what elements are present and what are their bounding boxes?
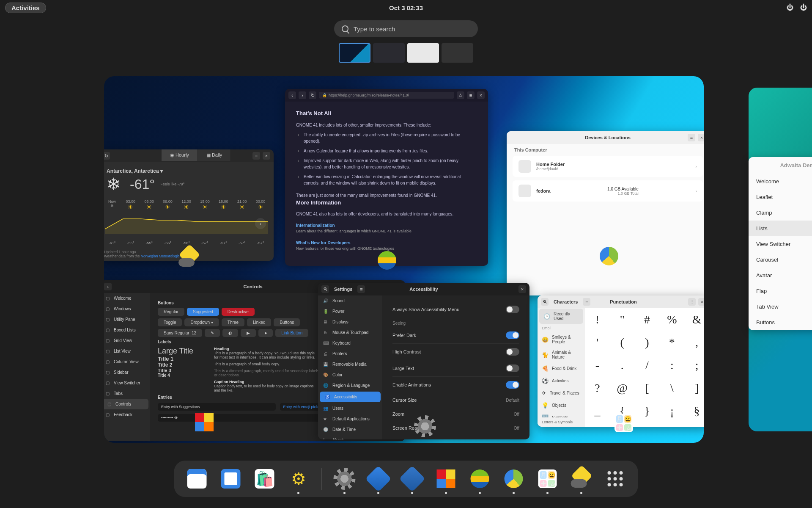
- tool-button[interactable]: ◐: [222, 329, 238, 337]
- close-button[interactable]: ×: [698, 134, 704, 141]
- linked-button[interactable]: Buttons: [274, 318, 300, 326]
- window-web[interactable]: ‹ › ↻ 🔒 https://help.gnome.org/misc/rele…: [285, 89, 488, 266]
- nav-back[interactable]: ‹: [288, 91, 296, 99]
- sidebar-item[interactable]: ▢Controls: [104, 399, 148, 409]
- show-apps-button[interactable]: [604, 468, 626, 490]
- character-cell[interactable]: [: [635, 377, 660, 400]
- menu-button[interactable]: ≡: [357, 285, 365, 293]
- page-link[interactable]: What's New for Developers: [296, 240, 477, 246]
- list-item[interactable]: Carousel: [749, 252, 812, 268]
- sidebar-item[interactable]: ▢Grid View: [104, 335, 150, 346]
- sidebar-item[interactable]: ▢Feedback: [104, 409, 150, 420]
- settings-sidebar-item[interactable]: 🔊Sound: [318, 295, 382, 306]
- character-cell[interactable]: &: [684, 308, 704, 331]
- category-item[interactable]: 🍕Food & Drink: [538, 362, 585, 375]
- character-cell[interactable]: .: [610, 354, 635, 377]
- dock-app-devhelp2[interactable]: [401, 468, 423, 490]
- close-button[interactable]: ×: [518, 285, 526, 293]
- dock-app-characters[interactable]: 月😀✚ش: [537, 468, 559, 490]
- text-entry[interactable]: Entry with Suggestions: [158, 403, 276, 411]
- workspace-thumb-2[interactable]: [373, 43, 405, 63]
- character-cell[interactable]: ;: [684, 354, 704, 377]
- dock-app-disk-usage[interactable]: [503, 468, 525, 490]
- character-cell[interactable]: ¡: [659, 400, 684, 422]
- regular-button[interactable]: Regular: [158, 308, 184, 316]
- back-button[interactable]: ‹: [104, 283, 112, 290]
- toggle-button[interactable]: Toggle: [158, 318, 182, 326]
- dock-app-devhelp[interactable]: [368, 468, 390, 490]
- tab-daily[interactable]: ▦ Daily: [198, 149, 231, 161]
- list-item[interactable]: View Switcher: [749, 236, 812, 252]
- character-cell[interactable]: !: [585, 308, 610, 331]
- toggle-switch[interactable]: [506, 331, 519, 339]
- dropdown-button[interactable]: Dropdown ▾: [184, 318, 219, 326]
- sidebar-item[interactable]: ▢View Switcher: [104, 378, 150, 388]
- list-item[interactable]: Flap: [749, 283, 812, 299]
- nav-fwd[interactable]: ›: [299, 91, 306, 99]
- list-item[interactable]: Leaflet: [749, 189, 812, 205]
- close-button[interactable]: ×: [263, 152, 270, 160]
- page-link[interactable]: Internationalization: [296, 222, 477, 229]
- character-cell[interactable]: ): [635, 331, 660, 354]
- reload-button[interactable]: ↻: [309, 91, 316, 99]
- character-cell[interactable]: /: [635, 354, 660, 377]
- category-item[interactable]: 🕑Recently Used: [539, 309, 583, 324]
- location-row[interactable]: fedora 1.0 GB Available1.0 GB Total ›: [513, 180, 703, 202]
- settings-sidebar-item[interactable]: 🕐Date & Time: [318, 424, 382, 435]
- sidebar-item[interactable]: ▢Windows: [104, 304, 150, 314]
- setting-value[interactable]: Off: [514, 412, 519, 417]
- character-cell[interactable]: }: [635, 400, 660, 422]
- window-characters[interactable]: 🔍︎ Characters ≡ Punctuation ⋮ × 🕑Recentl…: [538, 295, 704, 427]
- network-icon[interactable]: ⏻︎: [787, 4, 793, 11]
- settings-sidebar-item[interactable]: ℹAbout: [318, 435, 382, 439]
- character-cell[interactable]: :: [659, 354, 684, 377]
- settings-sidebar-item[interactable]: 🔋Power: [318, 306, 382, 317]
- search-button[interactable]: 🔍︎: [321, 285, 329, 293]
- activities-button[interactable]: Activities: [5, 3, 46, 13]
- setting-value[interactable]: Default: [506, 398, 519, 403]
- address-bar[interactable]: 🔒 https://help.gnome.org/misc/release-no…: [319, 92, 454, 99]
- sidebar-item[interactable]: ▢Boxed Lists: [104, 325, 150, 335]
- menu-button[interactable]: ≡: [252, 152, 260, 160]
- character-cell[interactable]: ]: [684, 377, 704, 400]
- settings-sidebar-item[interactable]: 👥Users: [318, 403, 382, 414]
- tab-hourly[interactable]: ◉ Hourly: [162, 149, 198, 161]
- window-weather[interactable]: ↻ ◉ Hourly ▦ Daily ≡ × Antarctica, Antar…: [104, 149, 274, 261]
- category-item[interactable]: 😀Smileys & People: [538, 332, 585, 347]
- character-cell[interactable]: ,: [684, 331, 704, 354]
- settings-sidebar-item[interactable]: 🎨Color: [318, 370, 382, 380]
- workspace-thumb-3[interactable]: [407, 43, 439, 63]
- character-cell[interactable]: @: [610, 377, 635, 400]
- sidebar-item[interactable]: ▢Welcome: [104, 293, 150, 304]
- sidebar-item[interactable]: ▢Utility Pane: [104, 314, 150, 325]
- bookmark-button[interactable]: ☆: [457, 91, 464, 99]
- toggle-switch[interactable]: [506, 381, 519, 389]
- location-row[interactable]: Home Folder/home/jdoak/ ›: [513, 156, 703, 177]
- scroll-right-button[interactable]: ›: [255, 218, 266, 229]
- category-item[interactable]: 🐈Animals & Nature: [538, 347, 585, 362]
- settings-sidebar-item[interactable]: ♿Accessibility: [320, 392, 381, 402]
- dock-app-calendar[interactable]: [186, 468, 208, 490]
- dock-app-builder[interactable]: ⚙: [288, 468, 310, 490]
- dock-app-todo[interactable]: [220, 468, 242, 490]
- search-button[interactable]: 🔍︎: [541, 298, 549, 306]
- settings-sidebar-item[interactable]: 🌐Region & Language: [318, 380, 382, 391]
- close-button[interactable]: ×: [698, 298, 704, 306]
- category-item[interactable]: 💡Objects: [538, 399, 585, 411]
- overview-search[interactable]: Type to search: [334, 20, 478, 37]
- link-button[interactable]: Link Button: [275, 329, 308, 337]
- menu-button[interactable]: ≡: [467, 91, 475, 99]
- menu-button[interactable]: ⋮: [688, 298, 696, 306]
- destructive-button[interactable]: Destructive: [222, 308, 255, 316]
- menu-button[interactable]: ≡: [583, 298, 590, 306]
- setting-value[interactable]: Off: [514, 426, 519, 431]
- clock[interactable]: Oct 3 02:33: [389, 4, 423, 11]
- dock-app-web[interactable]: [469, 468, 491, 490]
- window-adwaita-demo[interactable]: Adwaita Demo WelcomeLeafletClampListsVie…: [749, 157, 812, 330]
- linked-button[interactable]: Three: [222, 318, 244, 326]
- settings-sidebar-item[interactable]: 🖨Printers: [318, 348, 382, 359]
- back-button[interactable]: ↻: [104, 152, 110, 160]
- character-cell[interactable]: (: [610, 331, 635, 354]
- sidebar-item[interactable]: ▢List View: [104, 346, 150, 356]
- suggested-button[interactable]: Suggested: [187, 308, 219, 316]
